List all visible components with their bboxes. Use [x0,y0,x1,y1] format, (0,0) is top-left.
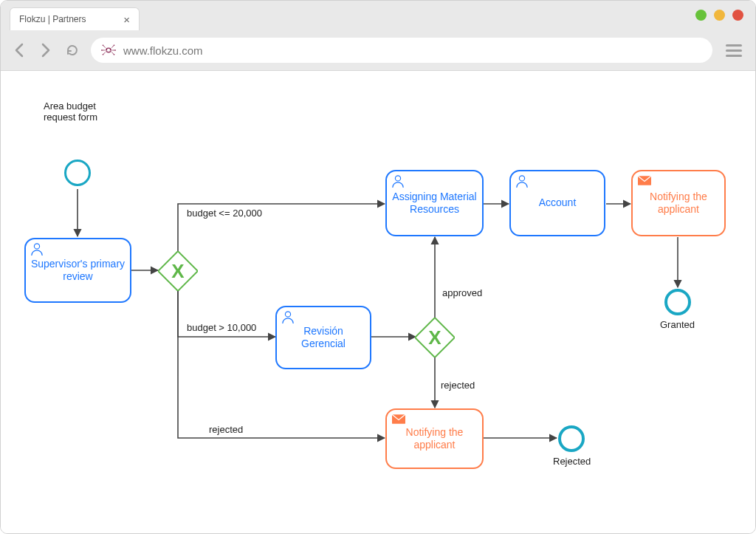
task-label: Assigning Material Resources [391,191,478,216]
task-supervisor-review[interactable]: Supervisor's primary review [24,238,131,303]
task-notify-applicant-rejected[interactable]: Notifying the applicant [385,408,484,469]
user-task-icon [30,242,44,256]
task-label: Revisión Gerencial [281,325,365,351]
mail-task-icon [392,414,405,424]
user-task-icon [515,174,529,188]
end-event-granted[interactable] [664,289,691,315]
end-label-rejected: Rejected [553,456,591,467]
minimize-dot[interactable] [695,10,707,21]
address-url: www.flokzu.com [123,44,203,57]
svg-point-10 [114,45,115,47]
end-event-rejected[interactable] [558,425,585,452]
maximize-dot[interactable] [714,10,725,21]
svg-point-2 [110,49,111,50]
edge-label-budget-gt: budget > 10,000 [187,322,256,333]
svg-point-13 [103,54,104,55]
edge-label-approved: approved [442,287,482,298]
forward-button[interactable] [38,42,54,58]
tab-strip: Flokzu | Partners × [1,1,755,30]
address-bar[interactable]: www.flokzu.com [91,38,712,63]
svg-point-21 [34,244,39,249]
svg-text:X: X [171,260,185,282]
end-label-granted: Granted [660,319,695,330]
close-dot[interactable] [732,10,743,21]
mail-task-icon [638,176,651,185]
svg-point-1 [106,49,108,50]
reload-button[interactable] [64,42,80,58]
svg-point-9 [103,45,104,47]
task-notify-applicant-granted[interactable]: Notifying the applicant [631,170,726,236]
user-task-icon [281,310,295,324]
task-label: Account [539,196,577,210]
svg-point-28 [519,176,524,181]
task-assigning-resources[interactable]: Assigning Material Resources [385,170,484,236]
svg-text:X: X [428,326,441,349]
gateway-approval[interactable]: X [415,318,455,357]
gateway-budget-split[interactable]: X [158,251,198,291]
diagram-canvas: Area budget request form Supervisor's pr… [1,71,755,534]
task-account[interactable]: Account [509,170,605,236]
browser-toolbar: www.flokzu.com [1,30,755,71]
start-event-label: Area budget request form [44,100,97,123]
task-label: Supervisor's primary review [30,258,126,284]
back-button[interactable] [11,42,27,58]
svg-point-27 [395,176,400,181]
svg-point-12 [114,49,116,51]
browser-window: Flokzu | Partners × [0,0,756,534]
svg-point-11 [101,49,103,51]
task-label: Notifying the applicant [637,191,720,216]
close-tab-icon[interactable]: × [123,13,130,26]
edge-label-rejected-g2: rejected [441,380,475,391]
task-label: Notifying the applicant [391,426,478,452]
svg-point-14 [114,54,115,55]
svg-point-24 [285,312,290,317]
edge-label-rejected-g1: rejected [209,424,243,435]
hamburger-menu-icon[interactable] [723,41,745,60]
task-revision-gerencial[interactable]: Revisión Gerencial [275,306,371,369]
start-event[interactable] [64,160,91,186]
edge-label-budget-le: budget <= 20,000 [187,208,262,219]
user-task-icon [391,174,405,188]
site-favicon-icon [101,44,116,57]
browser-tab[interactable]: Flokzu | Partners × [10,7,140,30]
tab-title: Flokzu | Partners [19,14,86,24]
window-traffic-lights [695,10,743,21]
